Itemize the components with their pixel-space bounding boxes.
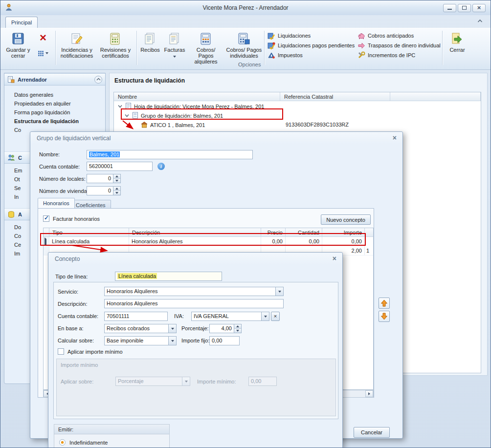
numero-viviendas-stepper[interactable]: 0 [87, 186, 121, 195]
porcentaje-stepper[interactable]: 4,00 [209, 324, 242, 333]
grid-header-cantidad[interactable]: Cantidad [286, 228, 322, 237]
traspasos-item[interactable]: Traspasos de dinero individual [357, 41, 441, 50]
descripcion-input[interactable]: Honorarios Alquileres [104, 299, 284, 308]
sidebar-item-partial[interactable]: Ce [14, 242, 21, 250]
sidebar-item-partial[interactable]: Do [14, 224, 21, 232]
cobros-anticipados-item[interactable]: Cobros anticipados [357, 31, 414, 40]
numero-locales-stepper[interactable]: 0 [87, 174, 121, 183]
combo-value: Base imponible [107, 338, 143, 343]
grid-cell-partial[interactable]: 1 [365, 246, 374, 256]
sidebar-item-partial[interactable]: Em [14, 168, 22, 175]
ribbon-collapse-button[interactable] [475, 18, 485, 26]
spin-up-button[interactable] [113, 174, 120, 179]
expander-icon[interactable] [118, 104, 122, 109]
grid-header-partial[interactable] [365, 228, 374, 237]
spin-down-button[interactable] [234, 329, 241, 333]
nombre-label: Nombre: [39, 151, 60, 158]
row-selector[interactable] [44, 237, 49, 246]
table-row[interactable]: ATICO 1 , Balmes, 201 9133603DF2893C1033… [114, 120, 481, 129]
cancel-button[interactable]: Cancelar [354, 427, 390, 438]
sidebar-item-partial[interactable]: Se [14, 185, 21, 193]
table-row[interactable]: Hoja de liquidación: Vicente Mora Perez … [114, 102, 481, 111]
facturas-button[interactable]: Facturas [162, 30, 187, 66]
spin-up-button[interactable] [234, 324, 241, 329]
en-base-a-combo[interactable]: Recibos cobrados [104, 324, 177, 333]
close-button[interactable]: × [472, 4, 486, 12]
recibos-button[interactable]: Recibos [139, 30, 161, 66]
incidencias-label: Incidencias y notificaciones [61, 47, 93, 59]
incidencias-button[interactable]: Incidencias y notificaciones [58, 30, 95, 66]
grid-header-precio[interactable]: Precio [261, 228, 286, 237]
clear-iva-button[interactable]: × [271, 312, 280, 321]
importe-fijo-input[interactable]: 0,00 [209, 336, 240, 345]
aplicar-importe-minimo-checkbox[interactable]: Aplicar importe mínimo [58, 348, 123, 355]
tab-honorarios[interactable]: Honorarios [38, 198, 75, 208]
grid-dropdown-button[interactable] [34, 48, 52, 59]
sidebar-item-partial[interactable]: Co [14, 233, 21, 241]
arrow-right-icon [368, 392, 370, 395]
sidebar-item-partial[interactable]: Ot [14, 176, 20, 184]
grid-cell-cantidad[interactable]: 0,00 [286, 237, 322, 246]
spin-up-button[interactable] [113, 187, 120, 191]
iva-combo[interactable]: IVA GENERAL [191, 312, 269, 321]
minimize-button[interactable] [443, 4, 456, 12]
calcular-sobre-combo[interactable]: Base imponible [104, 336, 177, 345]
column-header-empty[interactable] [390, 92, 481, 101]
save-close-button[interactable]: Guardar y cerrar [4, 30, 32, 66]
sidebar-item-propiedades[interactable]: Propiedades en alquiler [14, 101, 71, 108]
grid-cell-tipo[interactable]: Línea calculada [49, 237, 129, 246]
chevron-down-icon [173, 56, 176, 58]
cuenta-contable-input[interactable]: 56200001 [87, 162, 153, 171]
cerrar-button[interactable]: Cerrar [445, 30, 470, 66]
tab-principal[interactable]: Principal [5, 17, 38, 28]
sidebar-item-partial[interactable]: Im [14, 251, 20, 258]
servicio-combo[interactable]: Honorarios Alquileres [104, 287, 284, 296]
sidebar-item-forma-pago[interactable]: Forma pago liquidación [14, 109, 70, 117]
info-icon[interactable]: i [157, 163, 165, 170]
collapse-group-button[interactable] [94, 76, 102, 84]
nuevo-concepto-button[interactable]: Nuevo concepto [321, 214, 371, 225]
chevron-down-icon[interactable] [261, 312, 269, 320]
grid-cell-precio[interactable]: 0,00 [261, 237, 286, 246]
spin-down-button[interactable] [113, 191, 120, 195]
scroll-right-button[interactable] [365, 390, 373, 397]
arrow-up-orange-icon [380, 299, 388, 307]
sidebar-item-datos-generales[interactable]: Datos generales [14, 92, 53, 100]
liquidaciones-pendientes-item[interactable]: Liquidaciones pagos pendientes [268, 41, 355, 50]
incidencias-icon [58, 31, 95, 47]
sidebar-group-arrendador[interactable]: Arrendador [4, 73, 105, 85]
move-up-button[interactable] [379, 298, 390, 309]
cuenta-contable-input[interactable]: 70501111 [104, 312, 168, 321]
ribbon: Guardar y cerrar × Incidencias y notific… [0, 28, 491, 70]
facturar-honorarios-checkbox[interactable]: Facturar honorarios [43, 215, 100, 222]
incrementos-ipc-item[interactable]: Incrementos de IPC [357, 51, 415, 60]
spin-down-button[interactable] [113, 179, 120, 183]
grid-header-importe[interactable]: Importe [322, 228, 365, 237]
delete-button[interactable]: × [34, 31, 52, 47]
maximize-button[interactable] [458, 4, 471, 12]
cobros-alquileres-button[interactable]: Cobros/ Pagos alquileres [188, 30, 223, 66]
nombre-input[interactable]: Balmes, 201 [87, 150, 253, 159]
dialog-close-icon[interactable]: × [333, 255, 336, 262]
grid-header-descripcion[interactable]: Descripción [129, 228, 261, 237]
sidebar-item-partial[interactable]: Co [14, 127, 21, 135]
table-row[interactable]: Grupo de liquidación: Balmes, 201 [114, 111, 481, 120]
move-down-button[interactable] [379, 311, 390, 322]
grid-cell-descripcion[interactable]: Honorarios Alquileres [129, 237, 261, 246]
sidebar-item-estructura[interactable]: Estructura de liquidación [14, 118, 79, 126]
chevron-down-icon[interactable] [275, 287, 283, 296]
liquidaciones-item[interactable]: Liquidaciones [268, 31, 311, 40]
grid-header-tipo[interactable]: Tipo [49, 228, 129, 237]
impuestos-item[interactable]: Impuestos [268, 51, 303, 60]
indefinidamente-radio[interactable]: Indefinidamente [59, 439, 108, 446]
expander-icon[interactable] [125, 113, 129, 119]
column-header-nombre[interactable]: Nombre [114, 92, 280, 101]
grid-cell-importe[interactable]: 0,00 [322, 237, 365, 246]
revisiones-button[interactable]: Revisiones y certificados [96, 30, 134, 66]
sidebar-item-partial[interactable]: In [14, 194, 19, 202]
column-header-referencia[interactable]: Referencia Catastral [280, 92, 390, 101]
cobros-individuales-button[interactable]: Cobros/ Pagos individuales [225, 30, 263, 66]
chevron-down-icon[interactable] [168, 337, 176, 345]
chevron-down-icon[interactable] [168, 324, 176, 333]
dialog-close-icon[interactable]: × [393, 134, 397, 141]
